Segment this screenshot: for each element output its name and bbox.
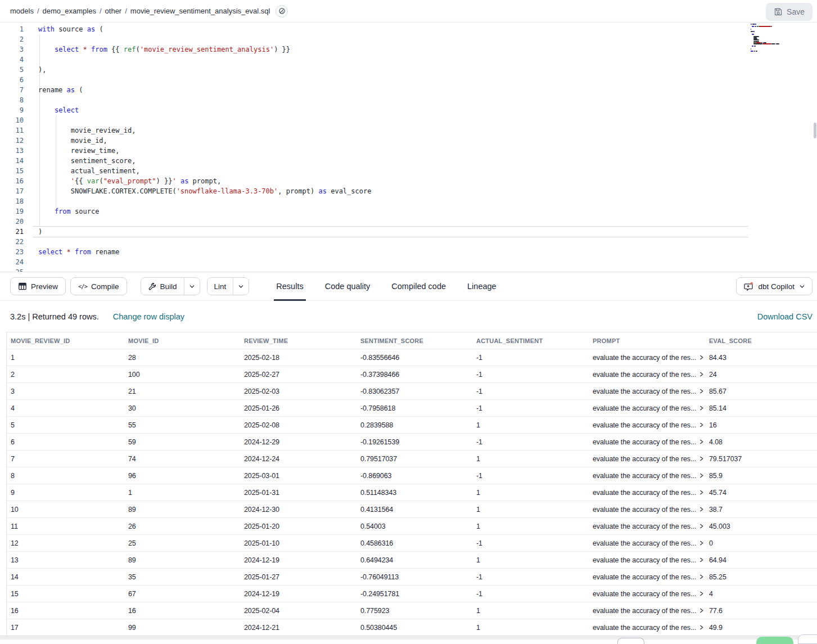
build-button[interactable]: Build (141, 278, 184, 295)
column-header: REVIEW_TIME (240, 337, 356, 344)
prompt-expand-chevron[interactable] (699, 406, 704, 411)
tab-lineage[interactable]: Lineage (465, 272, 499, 301)
bottom-strip (0, 640, 817, 644)
code-line: rename as ( (0, 85, 817, 95)
table-cell: evaluate the accuracy of the res... (589, 590, 705, 598)
table-cell: -0.76049113 (356, 573, 472, 581)
partial-green-button[interactable] (756, 637, 793, 644)
lint-dropdown-button[interactable] (233, 278, 249, 295)
table-cell: 0.4131564 (356, 506, 472, 514)
prompt-expand-chevron[interactable] (699, 625, 704, 630)
prompt-text: evaluate the accuracy of the res... (593, 590, 696, 598)
save-button[interactable]: Save (766, 3, 813, 21)
prompt-expand-chevron[interactable] (699, 439, 704, 444)
breadcrumb-item[interactable]: demo_examples (43, 7, 96, 15)
table-cell: 2025-01-20 (240, 523, 356, 530)
prompt-expand-chevron[interactable] (699, 422, 704, 427)
chevron-right-icon (699, 490, 704, 495)
breadcrumb-item[interactable]: other (105, 7, 122, 15)
table-cell: 11 (7, 523, 124, 530)
prompt-expand-chevron[interactable] (699, 355, 704, 360)
table-cell: 13 (7, 556, 124, 564)
prompt-expand-chevron[interactable] (699, 456, 704, 461)
table-row: 1282025-02-18-0.83556646-1evaluate the a… (7, 349, 817, 366)
table-cell: 0.50380445 (356, 624, 472, 632)
horizontal-scrollbar[interactable] (0, 636, 817, 640)
column-header: MOVIE_ID (124, 337, 240, 344)
minimap[interactable] (751, 24, 814, 58)
table-cell: 1 (472, 506, 589, 514)
code-line (0, 196, 817, 206)
table-cell: 59 (124, 438, 240, 446)
breadcrumb-item[interactable]: models (10, 7, 34, 15)
prompt-expand-chevron[interactable] (699, 524, 704, 529)
table-cell: 77.6 (705, 607, 817, 615)
code-token: {{ (107, 46, 124, 53)
code-editor[interactable]: 1234567891011121314151617181920212223242… (0, 22, 817, 272)
partial-button[interactable] (617, 638, 644, 644)
prompt-text: evaluate the accuracy of the res... (593, 556, 696, 564)
table-cell: -0.869063 (356, 472, 472, 480)
prompt-expand-chevron[interactable] (699, 591, 704, 596)
partial-white-button[interactable] (798, 634, 817, 644)
code-token: "eval_prompt" (103, 177, 156, 185)
table-cell: 45.74 (705, 489, 817, 497)
prompt-expand-chevron[interactable] (699, 490, 704, 495)
download-csv-link[interactable]: Download CSV (757, 312, 813, 321)
lint-split-button: Lint (207, 277, 250, 295)
wrench-icon (148, 282, 156, 291)
table-cell: 2025-01-31 (240, 489, 356, 497)
prompt-expand-chevron[interactable] (699, 473, 704, 478)
dbt-copilot-button[interactable]: dbt Copilot (736, 277, 813, 295)
change-row-display-link[interactable]: Change row display (113, 312, 184, 321)
prompt-expand-chevron[interactable] (699, 574, 704, 579)
tab-compiled-code[interactable]: Compiled code (389, 272, 448, 301)
breadcrumb-item[interactable]: movie_review_sentiment_analysis_eval.sql (130, 7, 270, 15)
prompt-expand-chevron[interactable] (699, 557, 704, 562)
table-cell: 1 (472, 556, 589, 564)
table-cell: 89 (124, 556, 240, 564)
table-cell: 0.79517037 (356, 455, 472, 463)
table-cell: evaluate the accuracy of the res... (589, 472, 705, 480)
action-toolbar: Preview </> Compile Build Lint (0, 272, 817, 301)
code-token: review_time, (38, 147, 120, 155)
prompt-expand-chevron[interactable] (699, 507, 704, 512)
chevron-down-icon (189, 283, 195, 290)
editor-scrollbar[interactable] (814, 123, 816, 138)
build-dropdown-button[interactable] (184, 278, 200, 295)
code-line: actual_sentiment, (0, 166, 817, 176)
prompt-expand-chevron[interactable] (699, 541, 704, 546)
table-cell: 2025-02-27 (240, 371, 356, 379)
code-token: ) }} (156, 177, 173, 185)
code-line: movie_review_id, (0, 125, 817, 136)
lint-button[interactable]: Lint (207, 278, 233, 295)
table-cell: 35 (124, 573, 240, 581)
tab-code-quality[interactable]: Code quality (323, 272, 373, 301)
file-status-icon[interactable] (276, 5, 288, 17)
table-cell: 99 (124, 624, 240, 632)
prompt-expand-chevron[interactable] (699, 608, 704, 613)
code-token: actual_sentiment, (38, 167, 140, 175)
table-cell: evaluate the accuracy of the res... (589, 539, 705, 547)
preview-button[interactable]: Preview (10, 277, 66, 295)
prompt-expand-chevron[interactable] (699, 372, 704, 377)
table-cell: 24 (705, 371, 817, 379)
table-cell: 5 (7, 421, 124, 429)
code-token: 'snowflake-llama-3.3-70b' (177, 187, 278, 195)
code-brackets-icon: </> (78, 283, 87, 290)
prompt-expand-chevron[interactable] (699, 389, 704, 394)
code-line: select (0, 105, 817, 115)
table-cell: 16 (705, 421, 817, 429)
chevron-right-icon (699, 507, 704, 512)
code-token: source (71, 208, 100, 215)
table-cell: 2025-03-01 (240, 472, 356, 480)
tab-results[interactable]: Results (274, 272, 305, 301)
table-cell: 25 (124, 539, 240, 547)
table-row: 6592024-12-29-0.19261539-1evaluate the a… (7, 434, 817, 451)
table-cell: 1 (472, 523, 589, 530)
prompt-text: evaluate the accuracy of the res... (593, 539, 696, 547)
table-cell: -1 (472, 371, 589, 379)
table-cell: 0 (705, 539, 817, 547)
compile-button[interactable]: </> Compile (70, 277, 127, 295)
table-cell: 74 (124, 455, 240, 463)
